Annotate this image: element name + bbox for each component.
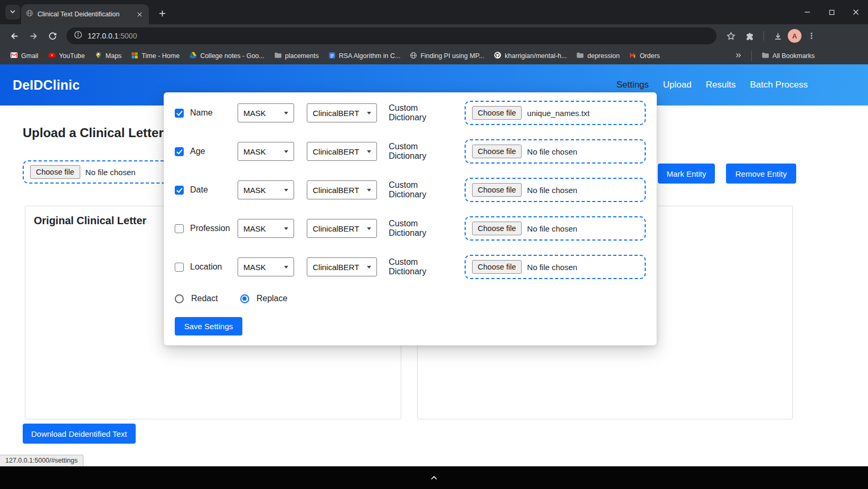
bookmark-star-icon[interactable]	[722, 27, 740, 45]
entity-row-age: Age MASK ClinicalBERT Custom Dictionary …	[175, 140, 646, 163]
extensions-puzzle-icon[interactable]	[741, 27, 759, 45]
grid-icon	[131, 52, 138, 61]
bookmark-github[interactable]: kharrigian/mental-h...	[490, 50, 570, 62]
dictionary-file-input[interactable]: Choose file No file chosen	[465, 139, 646, 164]
tab-strip: Clinical Text Deidentification	[0, 0, 868, 24]
forward-button[interactable]	[24, 27, 42, 45]
model-select[interactable]: ClinicalBERT	[307, 180, 377, 199]
close-window-button[interactable]	[844, 0, 868, 24]
nav-settings[interactable]: Settings	[616, 80, 648, 90]
caret-down-icon	[284, 189, 288, 191]
site-info-icon[interactable]	[74, 31, 82, 41]
bookmark-orders[interactable]: Orders	[626, 50, 664, 62]
bookmark-label: YouTube	[59, 52, 85, 60]
taskbar-reveal-caret-icon[interactable]	[430, 473, 438, 483]
maximize-button[interactable]	[819, 0, 844, 24]
redact-radio[interactable]	[175, 294, 184, 303]
remove-entity-button[interactable]: Remove Entity	[726, 164, 796, 184]
model-value: ClinicalBERT	[313, 147, 359, 156]
main-nav: Settings Upload Results Batch Process	[616, 80, 808, 90]
file-chosen-text: No file chosen	[527, 263, 577, 272]
choose-file-button[interactable]: Choose file	[472, 183, 522, 197]
back-button[interactable]	[5, 27, 23, 45]
method-select[interactable]: MASK	[238, 219, 294, 238]
file-chosen-text: No file chosen	[527, 224, 577, 233]
model-select[interactable]: ClinicalBERT	[307, 103, 377, 122]
age-checkbox[interactable]	[175, 147, 184, 156]
page-title: Upload a Clinical Letter	[23, 126, 164, 140]
method-select[interactable]: MASK	[238, 257, 294, 276]
bookmark-placements[interactable]: placements	[270, 50, 323, 62]
screen: Clinical Text Deidentification	[0, 0, 868, 489]
url-host: 127.0.0.1	[88, 32, 118, 40]
nav-batch-process[interactable]: Batch Process	[750, 80, 808, 90]
bookmark-college-notes[interactable]: College notes - Goo...	[185, 50, 268, 62]
bookmark-maps[interactable]: Maps	[91, 50, 126, 62]
method-select[interactable]: MASK	[238, 103, 294, 122]
mode-radio-group: Redact Replace	[175, 294, 646, 303]
dictionary-file-input[interactable]: Choose file No file chosen	[465, 178, 646, 202]
bookmark-label: Finding PI using MP...	[420, 52, 484, 60]
choose-file-button[interactable]: Choose file	[472, 260, 522, 274]
model-select[interactable]: ClinicalBERT	[307, 257, 377, 276]
choose-file-button[interactable]: Choose file	[30, 165, 80, 179]
bookmark-rsa[interactable]: RSA Algorithm in C...	[325, 50, 404, 62]
new-tab-button[interactable]	[155, 6, 169, 20]
gmail-icon	[10, 51, 18, 61]
mark-entity-button[interactable]: Mark Entity	[658, 164, 715, 184]
double-chevron-icon	[734, 52, 742, 61]
method-value: MASK	[243, 186, 266, 195]
model-select[interactable]: ClinicalBERT	[307, 219, 377, 238]
profession-checkbox[interactable]	[175, 224, 184, 233]
bookmark-label: depression	[587, 52, 619, 60]
bookmark-label: placements	[285, 52, 319, 60]
nav-upload[interactable]: Upload	[663, 80, 692, 90]
bookmark-time-home[interactable]: Time - Home	[127, 50, 183, 62]
bookmark-label: Orders	[640, 52, 660, 60]
file-chosen-text: No file chosen	[527, 147, 577, 156]
file-chosen-text: No file chosen	[527, 186, 577, 195]
settings-modal: Name MASK ClinicalBERT Custom Dictionary…	[164, 92, 657, 346]
dictionary-file-input[interactable]: Choose file No file chosen	[465, 216, 646, 241]
nav-results[interactable]: Results	[706, 80, 736, 90]
choose-file-button[interactable]: Choose file	[472, 106, 522, 120]
replace-radio[interactable]	[240, 294, 249, 303]
method-select[interactable]: MASK	[238, 180, 294, 199]
tab-title: Clinical Text Deidentification	[37, 11, 130, 18]
name-checkbox[interactable]	[175, 109, 184, 118]
bookmark-depression[interactable]: depression	[572, 50, 623, 62]
method-value: MASK	[243, 109, 266, 118]
browser-tab[interactable]: Clinical Text Deidentification	[21, 4, 149, 24]
method-select[interactable]: MASK	[238, 142, 294, 161]
date-checkbox[interactable]	[175, 186, 184, 195]
tab-search-button[interactable]	[5, 5, 20, 20]
location-checkbox[interactable]	[175, 263, 184, 272]
menu-kebab-icon[interactable]	[803, 27, 820, 45]
entity-row-location: Location MASK ClinicalBERT Custom Dictio…	[175, 255, 646, 279]
bookmark-youtube[interactable]: YouTube	[44, 50, 89, 62]
file-chosen-text: unique_names.txt	[527, 109, 589, 118]
bookmarks-bar: Gmail YouTube Maps Time - Home College n…	[0, 47, 868, 64]
choose-file-button[interactable]: Choose file	[472, 145, 522, 158]
tab-close-icon[interactable]	[135, 9, 144, 19]
dictionary-file-input[interactable]: Choose file unique_names.txt	[465, 101, 646, 125]
address-bar[interactable]: 127.0.0.1:5000	[67, 27, 716, 44]
model-select[interactable]: ClinicalBERT	[307, 142, 377, 161]
choose-file-button[interactable]: Choose file	[472, 222, 522, 235]
custom-dictionary-label: Custom Dictionary	[389, 180, 457, 199]
dictionary-file-input[interactable]: Choose file No file chosen	[465, 255, 646, 279]
downloads-icon[interactable]	[769, 27, 787, 45]
caret-down-icon	[367, 112, 371, 114]
download-deidentified-button[interactable]: Download Deidentified Text	[23, 424, 136, 444]
profile-avatar[interactable]: A	[788, 29, 801, 43]
bookmark-finding-pi[interactable]: Finding PI using MP...	[406, 50, 488, 62]
reload-button[interactable]	[43, 27, 61, 45]
minimize-button[interactable]	[795, 0, 819, 24]
bookmarks-overflow-button[interactable]	[731, 50, 746, 62]
globe-icon	[410, 52, 417, 61]
entity-label: Location	[190, 262, 238, 272]
custom-dictionary-label: Custom Dictionary	[389, 103, 457, 122]
all-bookmarks-button[interactable]: All Bookmarks	[758, 50, 818, 62]
save-settings-button[interactable]: Save Settings	[175, 317, 242, 335]
bookmark-gmail[interactable]: Gmail	[6, 50, 42, 62]
